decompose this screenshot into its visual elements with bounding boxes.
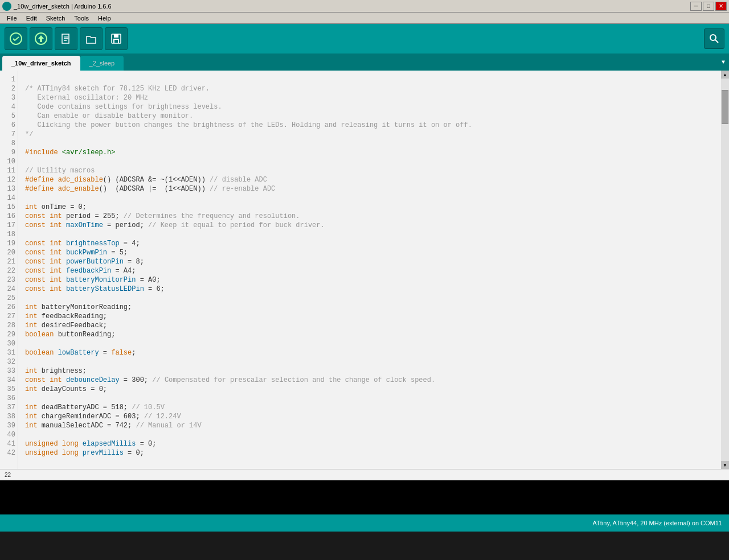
title-bar: _10w_driver_sketch | Arduino 1.6.6 ─ □ ✕ [0,0,729,13]
code-area: 1234567891011121314151617181920212223242… [0,71,729,469]
save-button[interactable] [105,27,128,50]
title-bar-text: _10w_driver_sketch | Arduino 1.6.6 [14,3,112,10]
maximize-button[interactable]: □ [703,2,714,11]
board-info: ATtiny, ATtiny44, 20 MHz (external) on C… [593,520,722,526]
search-button[interactable] [704,28,724,49]
status-area: 22 [0,469,729,480]
scrollbar-track[interactable] [721,79,729,461]
upload-button[interactable] [30,27,52,50]
console-area [0,480,729,514]
tab-sleep[interactable]: _2_sleep [80,56,124,71]
menu-help[interactable]: Help [93,14,116,23]
scrollbar[interactable]: ▲ ▼ [721,71,729,469]
verify-button[interactable] [5,27,27,50]
upload-icon [35,32,47,45]
new-icon [60,32,72,45]
menu-edit[interactable]: Edit [22,14,42,23]
menu-tools[interactable]: Tools [69,14,93,23]
search-icon [709,34,719,44]
code-editor[interactable]: /* ATTiny84 sketch for 78.125 KHz LED dr… [18,71,721,469]
svg-line-11 [715,40,718,43]
app-icon [2,2,11,11]
scrollbar-thumb[interactable] [722,90,728,124]
scrollbar-up-button[interactable]: ▲ [721,71,729,79]
svg-rect-9 [114,40,118,43]
line-number: 1234567891011121314151617181920212223242… [5,75,15,458]
line-count: 22 [5,472,11,478]
open-button[interactable] [80,27,103,50]
close-button[interactable]: ✕ [715,2,727,11]
toolbar [0,24,729,53]
tab-main-sketch[interactable]: _10w_driver_sketch [2,56,80,71]
svg-point-10 [710,35,716,40]
open-icon [85,32,97,45]
verify-icon [10,32,22,45]
tabs-dropdown-button[interactable]: ▼ [718,53,729,71]
menu-sketch[interactable]: Sketch [42,14,70,23]
bottom-status-bar: ATtiny, ATtiny44, 20 MHz (external) on C… [0,514,729,532]
svg-rect-7 [114,34,118,38]
minimize-button[interactable]: ─ [690,2,702,11]
line-numbers: 1234567891011121314151617181920212223242… [0,71,18,469]
scrollbar-down-button[interactable]: ▼ [721,461,729,469]
save-icon [110,32,122,45]
tabs-bar: _10w_driver_sketch _2_sleep ▼ [0,53,729,71]
title-bar-left: _10w_driver_sketch | Arduino 1.6.6 [2,2,112,11]
menu-file[interactable]: File [2,14,22,23]
menu-bar: File Edit Sketch Tools Help [0,13,729,24]
toolbar-right [704,28,724,49]
title-bar-buttons: ─ □ ✕ [690,2,727,11]
new-button[interactable] [55,27,77,50]
